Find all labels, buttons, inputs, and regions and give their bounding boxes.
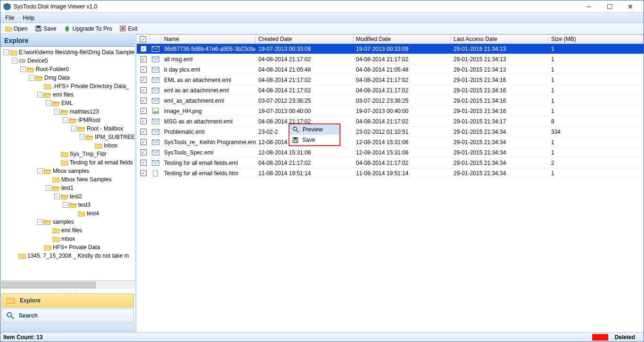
row-checkbox[interactable]: ✓ <box>137 87 150 93</box>
table-row[interactable]: ✓eml as an attachmnet.eml04-08-2014 21:1… <box>137 85 644 96</box>
tree-node[interactable]: −IPMRoot <box>1 116 135 124</box>
tree-label: Sys_Tmp_Fldr <box>70 151 107 157</box>
tree-node[interactable]: eml files <box>1 226 135 235</box>
close-button[interactable]: ✕ <box>620 1 641 12</box>
upgrade-button[interactable]: Upgrade To Pro <box>61 25 115 33</box>
header-name[interactable]: Name <box>161 35 256 43</box>
tree-node[interactable]: 1345. 7_15_2008 _ Kindly do not take m <box>1 252 135 260</box>
row-checkbox[interactable]: ✓ <box>137 66 150 73</box>
save-button[interactable]: Save <box>32 25 59 33</box>
tree-node[interactable]: −Root - Mailbox <box>1 124 135 133</box>
tree-node[interactable]: Sys_Tmp_Fldr <box>1 150 135 158</box>
row-checkbox[interactable]: ✓ <box>137 118 150 124</box>
header-created[interactable]: Created Date <box>256 35 353 43</box>
table-row[interactable]: ✓SysTools_Spec.eml12-08-2014 15:31:0612-… <box>137 147 644 158</box>
minimize-button[interactable]: ─ <box>578 1 599 12</box>
tree-node[interactable]: test4 <box>1 209 135 218</box>
tree-toggle-icon[interactable]: − <box>29 75 34 81</box>
tree-toggle-icon[interactable]: − <box>37 92 43 98</box>
tree-node[interactable]: −test1 <box>1 184 135 192</box>
menu-help[interactable]: Help <box>23 15 34 21</box>
row-checkbox[interactable]: ✓ <box>137 46 150 52</box>
folder-icon <box>10 49 17 56</box>
cell-access: 29-01-2015 21:34:13 <box>451 66 548 73</box>
tree-node[interactable]: −EML <box>1 99 135 107</box>
tree-node[interactable]: .HFS+ Private Directory Data_ <box>1 82 135 90</box>
folder-tree[interactable]: −E:\work\demo files\dmg-file\Dmg Data Sa… <box>0 47 135 280</box>
tree-toggle-icon[interactable]: − <box>80 134 85 140</box>
tree-node[interactable]: −IPM_SUBTREE <box>1 133 135 141</box>
tree-toggle-icon[interactable]: − <box>37 168 43 174</box>
tree-toggle-icon[interactable]: − <box>46 100 51 106</box>
cell-access: 29-01-2015 21:34:13 <box>451 46 548 52</box>
tree-toggle-icon[interactable]: − <box>3 49 9 55</box>
table-row[interactable]: ✓MSG as an attachment.eml04-08-2014 21:1… <box>137 116 644 127</box>
tree-toggle-icon[interactable]: − <box>54 194 60 199</box>
table-row[interactable]: ✓eml_as_attachment.eml03-07-2012 23:36:2… <box>137 96 644 106</box>
tree-toggle-icon[interactable]: − <box>71 126 77 131</box>
tree-node[interactable]: mbox <box>1 235 135 243</box>
explorer-header: Explore <box>0 34 135 47</box>
header-access[interactable]: Last Access Date <box>451 35 548 43</box>
maximize-button[interactable]: ☐ <box>599 1 620 12</box>
tree-toggle-icon[interactable]: − <box>63 117 68 123</box>
tree-node[interactable]: Inbox <box>1 141 135 150</box>
row-checkbox[interactable]: ✓ <box>137 149 150 155</box>
table-row[interactable]: ✓b day pics.eml04-08-2014 21:05:4804-08-… <box>137 65 644 75</box>
tree-toggle-icon[interactable]: − <box>63 202 68 208</box>
nav-search[interactable]: Search <box>1 309 134 323</box>
tree-node[interactable]: −Root-Folder0 <box>1 65 135 73</box>
grid-body[interactable]: ✓96d67736-5d6b-47e6-a505-3b23cfa40...19-… <box>137 44 644 332</box>
open-button[interactable]: Open <box>2 25 30 33</box>
tree-node[interactable]: Testing for all email fields <box>1 158 135 167</box>
table-row[interactable]: ✓96d67736-5d6b-47e6-a505-3b23cfa40...19-… <box>137 44 644 54</box>
exit-label: Exit <box>128 25 138 32</box>
cell-name: all msg.eml <box>161 56 256 63</box>
tree-toggle-icon[interactable]: − <box>12 58 17 64</box>
folder-icon <box>44 91 51 98</box>
nav-explore[interactable]: Explore <box>1 293 134 308</box>
table-row[interactable]: ✓Testing for all email fields.htm11-08-2… <box>137 168 644 179</box>
row-checkbox[interactable]: ✓ <box>137 98 150 104</box>
row-checkbox[interactable]: ✓ <box>137 170 150 176</box>
row-checkbox[interactable]: ✓ <box>137 160 150 166</box>
tree-node[interactable]: −mathias123 <box>1 107 135 116</box>
row-checkbox[interactable]: ✓ <box>137 56 150 62</box>
context-preview[interactable]: Preview <box>289 124 339 135</box>
table-row[interactable]: ✓all msg.eml04-08-2014 21:17:0204-08-201… <box>137 54 644 65</box>
tree-node[interactable]: −eml files <box>1 90 135 99</box>
file-type-icon <box>150 118 161 125</box>
table-row[interactable]: ✓SysTools_re_ Keihin Programme.eml12-08-… <box>137 137 644 147</box>
tree-toggle-icon[interactable]: − <box>46 185 51 191</box>
tree-node[interactable]: −Mbox samples <box>1 167 135 175</box>
row-checkbox[interactable]: ✓ <box>137 129 150 135</box>
tree-node[interactable]: −E:\work\demo files\dmg-file\Dmg Data Sa… <box>1 48 135 57</box>
tree-toggle-icon[interactable]: − <box>54 109 60 114</box>
menu-file[interactable]: File <box>5 15 14 21</box>
folder-icon <box>52 100 60 106</box>
row-checkbox[interactable]: ✓ <box>137 139 150 145</box>
header-checkbox[interactable]: ✓ <box>137 35 150 43</box>
tree-node[interactable]: −Dmg Data <box>1 73 135 82</box>
tree-toggle-icon[interactable]: − <box>20 66 26 72</box>
table-row[interactable]: ✓Testing for all email fields.eml04-08-2… <box>137 158 644 168</box>
folder-icon <box>61 193 68 200</box>
tree-toggle-icon[interactable]: − <box>37 219 43 225</box>
tree-node[interactable]: HFS+ Private Data <box>1 243 135 252</box>
tree-node[interactable]: −test3 <box>1 201 135 209</box>
row-checkbox[interactable]: ✓ <box>137 77 150 83</box>
splitter-dots[interactable]: · · · · · <box>0 289 135 293</box>
tree-node[interactable]: −test2 <box>1 192 135 201</box>
table-row[interactable]: ✓Problematic.eml23-02-223-02-2012 01:10:… <box>137 127 644 137</box>
table-row[interactable]: ✓image_HH.png19-07-2013 00:40:0019-07-20… <box>137 106 644 116</box>
exit-button[interactable]: Exit <box>117 25 140 33</box>
tree-node[interactable]: Mbox New Samples <box>1 175 135 184</box>
row-checkbox[interactable]: ✓ <box>137 108 150 114</box>
table-row[interactable]: ✓EML as an attachment.eml04-08-2014 21:1… <box>137 75 644 85</box>
tree-node[interactable]: −Device0 <box>1 57 135 65</box>
file-type-icon <box>150 129 161 135</box>
header-modified[interactable]: Modified Date <box>353 35 451 43</box>
tree-node[interactable]: −samples <box>1 218 135 226</box>
context-save[interactable]: Save <box>289 135 339 145</box>
header-size[interactable]: Size (MB) <box>548 35 644 43</box>
